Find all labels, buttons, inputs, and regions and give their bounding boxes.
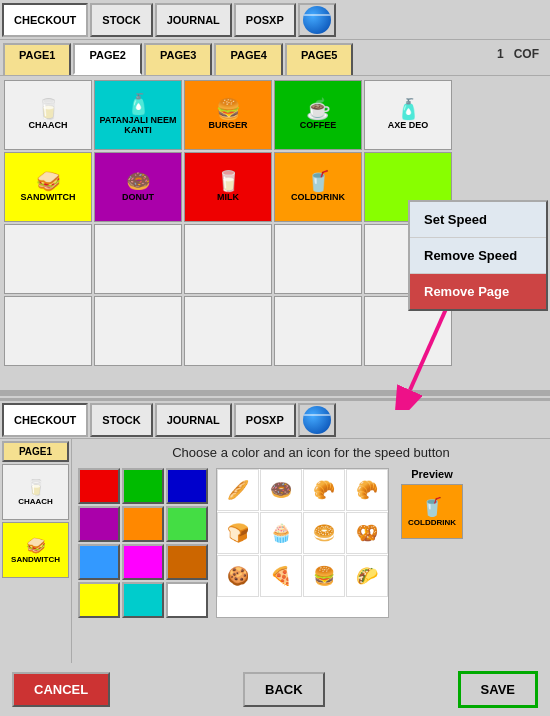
color-red[interactable] xyxy=(78,468,120,504)
color-lightgreen[interactable] xyxy=(166,506,208,542)
icon-bread[interactable]: 🥖 xyxy=(217,469,259,511)
preview-box: 🥤 COLDDRINK xyxy=(401,484,463,539)
sidebar-sandwitch[interactable]: 🥪 SANDWITCH xyxy=(2,522,69,578)
icon-pizza[interactable]: 🍕 xyxy=(260,555,302,597)
sandwitch-label: SANDWITCH xyxy=(21,193,76,203)
svg-line-1 xyxy=(410,300,450,390)
color-grid xyxy=(78,468,208,618)
tab-page5[interactable]: PAGE5 xyxy=(285,43,353,75)
product-cell-e8[interactable] xyxy=(184,296,272,366)
nav-checkout[interactable]: CHECKOUT xyxy=(2,3,88,37)
nav-stock[interactable]: STOCK xyxy=(90,3,152,37)
color-orange[interactable] xyxy=(122,506,164,542)
save-button[interactable]: SAVE xyxy=(458,671,538,708)
color-magenta[interactable] xyxy=(122,544,164,580)
tab-page2[interactable]: PAGE2 xyxy=(73,43,141,75)
axedeo-label: AXE DEO xyxy=(388,121,429,131)
icon-cookie[interactable]: 🍪 xyxy=(217,555,259,597)
icon-burger2[interactable]: 🍔 xyxy=(303,555,345,597)
color-purple[interactable] xyxy=(78,506,120,542)
product-cell-e1[interactable] xyxy=(4,224,92,294)
patanjali-icon: 🧴 xyxy=(126,94,151,114)
bottom-section: CHECKOUT STOCK JOURNAL POSXP PAGE1 🥛 CHA… xyxy=(0,398,550,716)
icon-donut[interactable]: 🍩 xyxy=(260,469,302,511)
dialog-title: Choose a color and an icon for the speed… xyxy=(78,445,544,460)
preview-label: Preview xyxy=(411,468,453,480)
bottom-globe-icon xyxy=(303,406,331,434)
product-cell-burger[interactable]: 🍔 BURGER xyxy=(184,80,272,150)
icon-grid: 🥖 🍩 🥐 🥐 🍞 🧁 🥯 🥨 🍪 🍕 🍔 🌮 xyxy=(216,468,389,618)
context-remove-speed[interactable]: Remove Speed xyxy=(410,238,546,274)
icon-croissant[interactable]: 🥐 xyxy=(303,469,345,511)
icon-bread2[interactable]: 🥐 xyxy=(346,469,388,511)
sidebar-sandwitch-label: SANDWITCH xyxy=(11,555,60,564)
chaach-label: CHAACH xyxy=(29,121,68,131)
burger-icon: 🍔 xyxy=(216,99,241,119)
icon-pretzel[interactable]: 🥨 xyxy=(346,512,388,554)
color-icon-row: 🥖 🍩 🥐 🥐 🍞 🧁 🥯 🥨 🍪 🍕 🍔 🌮 Preview xyxy=(78,468,544,618)
product-cell-colddrink[interactable]: 🥤 COLDDRINK xyxy=(274,152,362,222)
back-button[interactable]: BACK xyxy=(243,672,325,707)
tab-page3[interactable]: PAGE3 xyxy=(144,43,212,75)
bottom-buttons: CANCEL BACK SAVE xyxy=(0,663,550,716)
bottom-globe-button[interactable] xyxy=(298,403,336,437)
tab-page4[interactable]: PAGE4 xyxy=(214,43,282,75)
color-darkorange[interactable] xyxy=(166,544,208,580)
cancel-button[interactable]: CANCEL xyxy=(12,672,110,707)
product-cell-e6[interactable] xyxy=(4,296,92,366)
bottom-nav-checkout[interactable]: CHECKOUT xyxy=(2,403,88,437)
color-white[interactable] xyxy=(166,582,208,618)
product-cell-coffee[interactable]: ☕ COFFEE xyxy=(274,80,362,150)
axedeo-icon: 🧴 xyxy=(396,99,421,119)
top-nav-bar: CHECKOUT STOCK JOURNAL POSXP xyxy=(0,0,550,40)
context-remove-page[interactable]: Remove Page xyxy=(410,274,546,309)
sidebar-chaach-label: CHAACH xyxy=(18,497,53,506)
bottom-nav-posxp[interactable]: POSXP xyxy=(234,403,296,437)
product-cell-e7[interactable] xyxy=(94,296,182,366)
coffee-label: COFFEE xyxy=(300,121,337,131)
milk-icon: 🥛 xyxy=(216,171,241,191)
sandwitch-icon: 🥪 xyxy=(36,171,61,191)
tab-page1[interactable]: PAGE1 xyxy=(3,43,71,75)
burger-label: BURGER xyxy=(208,121,247,131)
nav-journal[interactable]: JOURNAL xyxy=(155,3,232,37)
sidebar-page1-tab[interactable]: PAGE1 xyxy=(2,441,69,462)
product-cell-e3[interactable] xyxy=(184,224,272,294)
bottom-nav-stock[interactable]: STOCK xyxy=(90,403,152,437)
nav-posxp[interactable]: POSXP xyxy=(234,3,296,37)
product-cell-chaach[interactable]: 🥛 CHAACH xyxy=(4,80,92,150)
sidebar-chaach[interactable]: 🥛 CHAACH xyxy=(2,464,69,520)
colddrink-icon: 🥤 xyxy=(306,171,331,191)
colddrink-label: COLDDRINK xyxy=(291,193,345,203)
icon-loaf[interactable]: 🍞 xyxy=(217,512,259,554)
color-yellow[interactable] xyxy=(78,582,120,618)
preview-item-icon: 🥤 xyxy=(421,496,443,518)
sidebar-sandwitch-icon: 🥪 xyxy=(26,536,46,555)
coffee-icon: ☕ xyxy=(306,99,331,119)
color-green[interactable] xyxy=(122,468,164,504)
color-darkblue[interactable] xyxy=(166,468,208,504)
page-number: 1 COF xyxy=(489,43,547,75)
color-cyan[interactable] xyxy=(122,582,164,618)
product-cell-donut[interactable]: 🍩 DONUT xyxy=(94,152,182,222)
product-cell-axedeo[interactable]: 🧴 AXE DEO xyxy=(364,80,452,150)
icon-muffin[interactable]: 🧁 xyxy=(260,512,302,554)
context-menu: Set Speed Remove Speed Remove Page xyxy=(408,200,548,311)
top-section: CHECKOUT STOCK JOURNAL POSXP PAGE1 PAGE2… xyxy=(0,0,550,390)
icon-bagel[interactable]: 🥯 xyxy=(303,512,345,554)
product-cell-sandwitch[interactable]: 🥪 SANDWITCH xyxy=(4,152,92,222)
bottom-nav-journal[interactable]: JOURNAL xyxy=(155,403,232,437)
donut-label: DONUT xyxy=(122,193,154,203)
product-cell-milk[interactable]: 🥛 MILK xyxy=(184,152,272,222)
milk-label: MILK xyxy=(217,193,239,203)
product-cell-e2[interactable] xyxy=(94,224,182,294)
context-set-speed[interactable]: Set Speed xyxy=(410,202,546,238)
product-cell-patanjali[interactable]: 🧴 PATANJALI NEEM KANTI xyxy=(94,80,182,150)
product-cell-e4[interactable] xyxy=(274,224,362,294)
chaach-icon: 🥛 xyxy=(36,99,61,119)
product-cell-e9[interactable] xyxy=(274,296,362,366)
preview-item-label: COLDDRINK xyxy=(408,518,456,527)
color-blue[interactable] xyxy=(78,544,120,580)
globe-button[interactable] xyxy=(298,3,336,37)
icon-taco[interactable]: 🌮 xyxy=(346,555,388,597)
